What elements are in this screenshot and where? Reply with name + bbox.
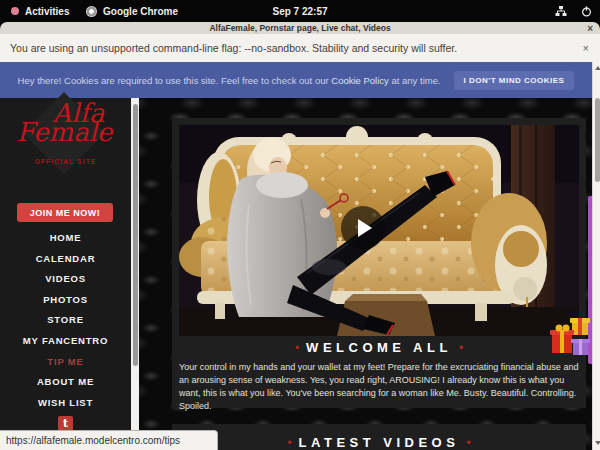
- sidebar-item-videos[interactable]: VIDEOS: [0, 272, 131, 285]
- play-icon: [358, 219, 372, 237]
- latest-videos-heading: • LATEST VIDEOS •: [172, 435, 586, 450]
- flag-notification-bar: You are using an unsupported command-lin…: [0, 34, 600, 63]
- scrollbar-down-arrow-icon[interactable]: [595, 441, 600, 445]
- welcome-paragraph: Your control in my hands and your wallet…: [179, 361, 579, 413]
- flag-close-icon[interactable]: ×: [583, 34, 589, 62]
- system-tray: [555, 0, 592, 22]
- scrollbar-up-arrow-icon[interactable]: [595, 66, 600, 70]
- join-me-now-button[interactable]: JOIN ME NOW!: [17, 203, 113, 222]
- sidebar-item-home[interactable]: HOME: [0, 231, 131, 244]
- cookie-message-post: at any time.: [389, 75, 441, 86]
- sidebar-item-calendar[interactable]: CALENDAR: [0, 252, 131, 265]
- heading-bullet-icon: •: [287, 437, 291, 449]
- gifts-icon[interactable]: [548, 315, 594, 362]
- hero-video-thumbnail[interactable]: [179, 125, 579, 336]
- play-button[interactable]: [341, 206, 385, 250]
- window-close-icon[interactable]: ×: [587, 22, 593, 34]
- cookie-accept-button[interactable]: I DON'T MIND COOKIES: [454, 71, 575, 90]
- sidebar-item-about-me[interactable]: ABOUT ME: [0, 375, 131, 388]
- cookie-consent-bar: Hey there! Cookies are required to use t…: [0, 62, 592, 98]
- sidebar-scrollbar-track[interactable]: [131, 98, 139, 450]
- clock[interactable]: Sep 7 22:57: [0, 0, 600, 22]
- latest-videos-title: LATEST VIDEOS: [299, 435, 460, 450]
- sidebar-menu: HOME CALENDAR VIDEOS PHOTOS STORE MY FAN…: [0, 231, 131, 416]
- latest-videos-card: • LATEST VIDEOS •: [172, 424, 586, 450]
- power-icon[interactable]: [581, 6, 592, 17]
- cookie-policy-link[interactable]: Cookie Policy: [331, 75, 389, 86]
- flag-message: You are using an unsupported command-lin…: [10, 34, 457, 62]
- window-title: AlfaFemale, Pornstar page, Live chat, Vi…: [0, 22, 600, 34]
- system-top-bar: Activities Google Chrome Sep 7 22:57: [0, 0, 600, 22]
- heading-bullet-icon: •: [295, 342, 299, 354]
- browser-title-bar[interactable]: AlfaFemale, Pornstar page, Live chat, Vi…: [0, 22, 600, 34]
- sidebar-item-photos[interactable]: PHOTOS: [0, 293, 131, 306]
- network-icon[interactable]: [555, 5, 567, 17]
- sidebar: Alfa Female OFFICIAL SITE JOIN ME NOW! H…: [0, 98, 131, 450]
- cookie-message: Hey there! Cookies are required to use t…: [18, 75, 441, 86]
- status-url-text: https://alfafemale.modelcentro.com/tips: [6, 435, 180, 446]
- heading-bullet-icon: •: [466, 437, 470, 449]
- sidebar-scrollbar-thumb[interactable]: [133, 104, 138, 366]
- sidebar-item-store[interactable]: STORE: [0, 313, 131, 326]
- cookie-message-pre: Hey there! Cookies are required to use t…: [18, 75, 332, 86]
- page-scrollbar-thumb[interactable]: [595, 98, 600, 182]
- web-page: Hey there! Cookies are required to use t…: [0, 62, 600, 450]
- welcome-section-card: • WELCOME ALL • Your control in my hands…: [172, 118, 586, 408]
- sidebar-item-tip-me[interactable]: TIP ME: [0, 355, 131, 368]
- welcome-title: WELCOME ALL: [306, 340, 452, 355]
- page-scrollbar-track[interactable]: [592, 62, 600, 450]
- status-url-bubble: https://alfafemale.modelcentro.com/tips: [0, 430, 218, 450]
- sidebar-item-wish-list[interactable]: WISH LIST: [0, 396, 131, 409]
- tumblr-icon[interactable]: t: [58, 416, 73, 431]
- heading-bullet-icon: •: [459, 342, 463, 354]
- welcome-heading: • WELCOME ALL •: [172, 340, 586, 355]
- sidebar-item-my-fancentro[interactable]: MY FANCENTRO: [0, 334, 131, 347]
- official-site-tagline: OFFICIAL SITE: [0, 158, 131, 165]
- logo-line2: Female: [0, 119, 131, 145]
- site-logo[interactable]: Alfa Female: [0, 100, 131, 145]
